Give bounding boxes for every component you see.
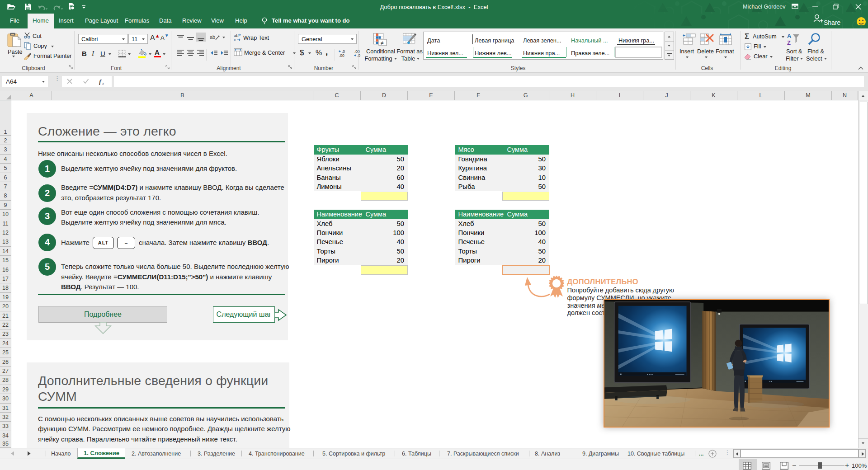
svg-text:c: c xyxy=(234,37,236,42)
svg-text:ab: ab xyxy=(210,34,215,40)
svg-text:x: x xyxy=(102,81,104,85)
svg-text:f: f xyxy=(99,79,102,85)
svg-text:A: A xyxy=(787,33,792,39)
svg-text:.00: .00 xyxy=(339,53,344,58)
svg-text:≠: ≠ xyxy=(381,40,384,46)
svg-text:Z: Z xyxy=(787,39,791,46)
